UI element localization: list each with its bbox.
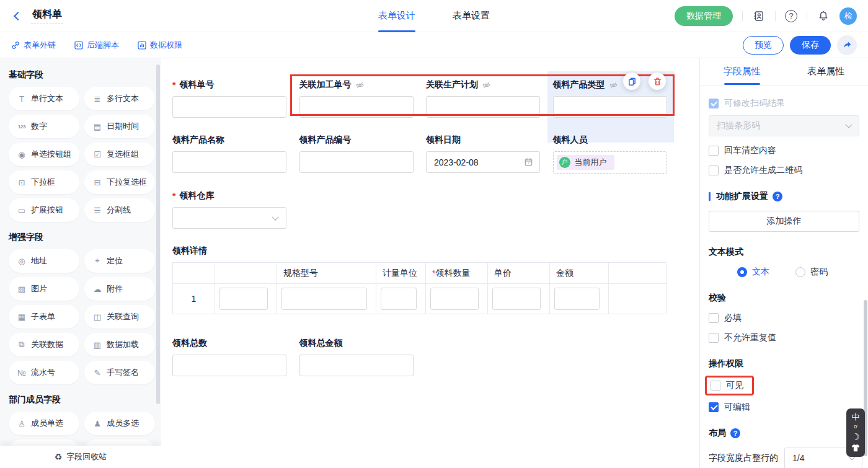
field-input[interactable] <box>299 355 414 376</box>
field-item-datetime[interactable]: ▤ 日期时间 <box>84 115 155 138</box>
field-total-quantity[interactable]: 领料总数 <box>172 338 299 376</box>
delete-field-button[interactable] <box>649 73 666 90</box>
checkbox-required[interactable]: 必填 <box>709 312 859 324</box>
subform-col-header[interactable]: 金额 <box>550 263 609 283</box>
tab-form-settings[interactable]: 表单设置 <box>453 0 490 32</box>
field-item-radio-group[interactable]: ◉ 单选按钮组 <box>9 143 79 166</box>
field-requisition-date[interactable]: 领料日期 2023-02-08 7 <box>426 135 553 174</box>
contacts-icon[interactable] <box>752 9 766 23</box>
single-line-text-icon: T <box>17 94 27 104</box>
copy-field-button[interactable] <box>623 73 640 90</box>
checkbox-editable[interactable]: 可编辑 <box>709 402 859 413</box>
form-title[interactable]: 领料单 <box>31 8 63 24</box>
back-button[interactable] <box>11 9 25 23</box>
field-personnel[interactable]: 领料人员 户 当前用户 <box>553 135 680 174</box>
field-item-image[interactable]: ▨ 图片 <box>9 277 79 301</box>
field-item-extend-button[interactable]: ▭ 扩展按钮 <box>9 198 79 222</box>
subform-input[interactable] <box>281 288 367 310</box>
field-item-member-single[interactable]: ♙ 成员单选 <box>9 412 79 435</box>
field-item-linked-query[interactable]: ◫ 关联查询 <box>84 305 155 329</box>
field-input[interactable] <box>553 96 667 118</box>
field-item-multi-line-text[interactable]: ≣ 多行文本 <box>84 87 155 110</box>
checkbox-no-duplicates[interactable]: 不允许重复值 <box>709 332 859 343</box>
ime-mode-icon[interactable]: ơ <box>854 424 857 430</box>
field-input[interactable] <box>172 355 286 376</box>
bell-icon[interactable] <box>817 9 830 23</box>
field-product-code[interactable]: 领料产品编号 <box>299 135 427 174</box>
field-item-linked-data[interactable]: ⧉ 关联数据 <box>9 333 79 356</box>
field-subform-details[interactable]: 领料详情 规格型号计量单位领料数量单价金额 1 <box>172 245 699 314</box>
field-requisition-no[interactable]: 领料单号 <box>172 79 299 118</box>
field-item-divider[interactable]: ☰ 分割线 <box>84 198 155 222</box>
date-input[interactable]: 2023-02-08 7 <box>426 151 540 173</box>
help-icon[interactable]: ? <box>785 10 797 22</box>
field-item-signature[interactable]: ✎ 手写签名 <box>84 361 155 384</box>
add-action-button[interactable]: 添加操作 <box>709 211 859 232</box>
form-external-link[interactable]: 表单外链 <box>11 40 56 51</box>
field-item-single-line-text[interactable]: T 单行文本 <box>9 87 79 110</box>
sidebar-scrollbar[interactable] <box>156 64 160 404</box>
subform-col-header[interactable]: 计量单位 <box>376 263 426 283</box>
checkbox-visible[interactable]: 可见 <box>711 380 743 391</box>
field-item-select[interactable]: ⊡ 下拉框 <box>9 170 79 194</box>
checkbox-enter-clear[interactable]: 回车清空内容 <box>709 145 859 156</box>
subform-col-header[interactable]: 领料数量 <box>426 263 488 283</box>
help-icon[interactable]: ? <box>730 428 740 438</box>
subform-input[interactable] <box>492 288 541 310</box>
warehouse-select[interactable] <box>172 207 286 229</box>
field-item-multi-select[interactable]: ⊟ 下拉复选框 <box>84 170 155 194</box>
subform-col-header[interactable] <box>215 263 277 283</box>
field-item-checkbox-group[interactable]: ☑ 复选框组 <box>84 143 155 166</box>
field-warehouse[interactable]: 领料仓库 <box>172 190 299 229</box>
subform-input[interactable] <box>219 288 268 310</box>
linked-query-icon: ◫ <box>92 312 102 322</box>
field-production-plan[interactable]: 关联生产计划 <box>426 79 553 118</box>
field-item-location[interactable]: ⌖ 定位 <box>84 249 155 273</box>
field-total-amount[interactable]: 领料总金额 <box>299 338 427 376</box>
save-button[interactable]: 保存 <box>790 36 831 55</box>
scan-type-select[interactable]: 扫描条形码 <box>709 115 859 136</box>
radio-text[interactable]: 文本 <box>737 267 769 278</box>
field-product-type[interactable]: 领料产品类型 <box>553 79 680 118</box>
data-manage-button[interactable]: 数据管理 <box>675 6 733 26</box>
checkbox-icon <box>709 146 719 156</box>
field-item-address[interactable]: ◎ 地址 <box>9 249 79 273</box>
data-permission-link[interactable]: 数据权限 <box>138 40 182 51</box>
field-item-subform[interactable]: ▦ 子表单 <box>9 305 79 329</box>
tab-field-properties[interactable]: 字段属性 <box>700 58 784 85</box>
preview-button[interactable]: 预览 <box>743 36 784 55</box>
field-item-number[interactable]: 123 数字 <box>9 115 79 138</box>
field-item-member-multi[interactable]: ♟ 成员多选 <box>84 412 155 435</box>
share-button[interactable] <box>837 35 857 55</box>
subform-col-header[interactable]: 规格型号 <box>277 263 376 283</box>
member-input[interactable]: 户 当前用户 <box>553 151 667 174</box>
field-input[interactable] <box>172 96 286 118</box>
field-recycle-bin[interactable]: ♻ 字段回收站 <box>0 446 161 468</box>
field-item-attachment[interactable]: ☁ 附件 <box>84 277 155 301</box>
backend-script-link[interactable]: 后端脚本 <box>74 40 119 51</box>
field-item-data-load[interactable]: ▥ 数据加载 <box>84 333 155 356</box>
subform-input[interactable] <box>381 288 417 310</box>
checkbox-allow-qrcode[interactable]: 是否允许生成二维码 <box>709 165 859 176</box>
tab-form-design[interactable]: 表单设计 <box>378 0 415 32</box>
subform-input[interactable] <box>430 288 479 310</box>
user-avatar[interactable]: 检 <box>839 7 857 25</box>
checkbox-modifiable-scan-result[interactable]: 可修改扫码结果 <box>709 98 859 109</box>
skin-shirt-icon[interactable] <box>851 444 860 452</box>
field-process-order[interactable]: 关联加工单号 <box>299 79 427 118</box>
moon-icon[interactable]: ☽ <box>851 432 859 441</box>
field-input[interactable] <box>299 151 414 173</box>
help-icon[interactable]: ? <box>773 192 782 201</box>
tab-form-properties[interactable]: 表单属性 <box>784 58 868 85</box>
field-input[interactable] <box>426 96 540 118</box>
field-item-serial-number[interactable]: № 流水号 <box>9 361 79 384</box>
radio-password[interactable]: 密码 <box>795 267 828 278</box>
main-tabs: 表单设计 表单设置 <box>378 0 490 32</box>
field-input[interactable] <box>299 96 414 118</box>
field-input[interactable] <box>172 151 286 173</box>
subform-input[interactable] <box>554 288 600 310</box>
subform-col-header[interactable]: 单价 <box>488 263 550 283</box>
field-product-name[interactable]: 领料产品名称 <box>172 135 299 174</box>
panel-body: 可修改扫码结果 扫描条形码 回车清空内容 是否允许生成二维码 功能扩展设置 ? … <box>700 86 868 468</box>
ime-language-toggle[interactable]: 中 <box>852 413 860 422</box>
